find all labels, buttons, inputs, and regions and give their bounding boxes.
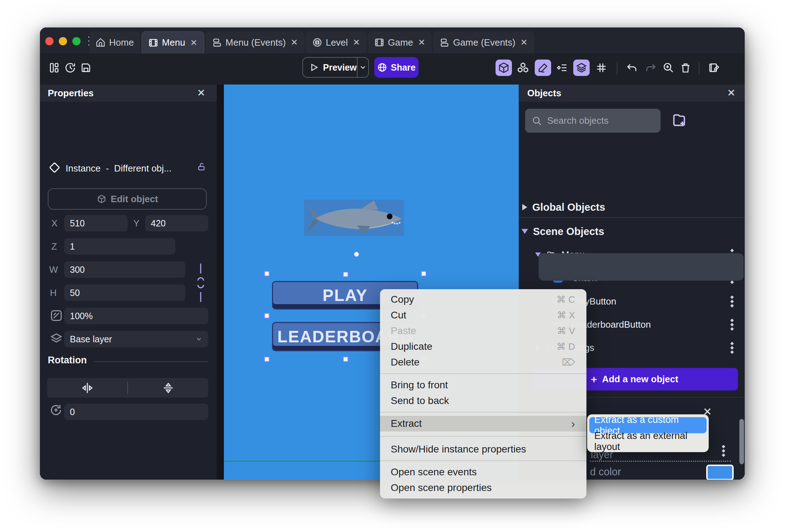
undo-icon[interactable] (624, 60, 640, 76)
edit-object-button[interactable]: Edit object (48, 188, 207, 210)
events-icon (212, 37, 222, 47)
lock-open-icon[interactable] (197, 162, 206, 172)
edit-scene-properties-icon[interactable] (706, 60, 722, 76)
shark-instance[interactable] (304, 200, 404, 236)
context-item-copy[interactable]: Copy⌘ C (380, 292, 586, 307)
search-input[interactable] (547, 115, 647, 126)
z-label: Z (51, 241, 57, 252)
flip-vertical-button[interactable] (128, 382, 208, 394)
traffic-light-minimize[interactable] (59, 37, 67, 45)
selection-handle-bottom-left[interactable] (264, 357, 270, 362)
chevron-down-icon (195, 336, 202, 343)
kebab-menu-icon[interactable] (731, 296, 733, 307)
link-dimensions-icon[interactable] (197, 263, 205, 303)
y-field[interactable] (145, 215, 208, 231)
x-field[interactable] (64, 215, 128, 231)
edit-mode-icon[interactable] (535, 60, 551, 76)
tab-close-icon[interactable]: ✕ (418, 37, 425, 47)
context-item-show-hide-instance-properties[interactable]: Show/Hide instance properties (380, 441, 586, 457)
instance-object-name: Different obj... (114, 163, 171, 174)
instance-label: Instance (66, 163, 101, 174)
global-objects-label: Global Objects (532, 201, 605, 213)
share-label: Share (391, 62, 415, 73)
tab-close-icon[interactable]: ✕ (353, 37, 360, 47)
context-item-send-to-back[interactable]: Send to back (380, 393, 586, 409)
events-icon (440, 37, 450, 47)
collapse-arrow-icon[interactable] (522, 204, 527, 210)
tab-game[interactable]: Game ✕ (368, 31, 432, 53)
tab-menu-events[interactable]: Menu (Events) ✕ (206, 31, 304, 53)
selection-handle-top-center[interactable] (343, 272, 348, 277)
context-item-paste[interactable]: Paste⌘ V (380, 323, 586, 339)
context-item-delete[interactable]: Delete⌦ (380, 354, 586, 370)
context-item-open-scene-events[interactable]: Open scene events (380, 464, 586, 480)
tree-scene-objects[interactable]: Scene Objects (519, 221, 745, 242)
delete-key-icon: ⌦ (562, 357, 575, 368)
expand-arrow-icon[interactable] (522, 229, 528, 234)
context-item-cut[interactable]: Cut⌘ X (380, 307, 586, 323)
context-item-extract[interactable]: Extract› (380, 416, 586, 431)
redo-icon[interactable] (642, 60, 659, 76)
trash-icon[interactable] (677, 60, 694, 76)
tab-close-icon[interactable]: ✕ (190, 38, 197, 48)
object-mode-icon[interactable] (496, 60, 512, 76)
submenu-item-extract-external-layout[interactable]: Extract as an external layout (589, 433, 707, 449)
w-field[interactable] (64, 261, 185, 278)
opacity-icon (50, 309, 63, 322)
traffic-light-close[interactable] (45, 37, 53, 45)
context-item-bring-to-front[interactable]: Bring to front (380, 377, 586, 393)
background-color-swatch[interactable] (706, 465, 734, 480)
rotation-field[interactable] (64, 404, 208, 420)
cube-2d-icon (97, 194, 107, 204)
context-divider (380, 412, 586, 413)
selection-handle-top-right[interactable] (421, 271, 426, 276)
preview-button[interactable]: Preview (302, 57, 369, 78)
tab-home[interactable]: Home (89, 31, 140, 53)
scrollbar-thumb[interactable] (739, 419, 744, 464)
preview-options-button[interactable] (357, 58, 368, 77)
open-project-manager-icon[interactable] (46, 60, 62, 76)
home-icon (96, 37, 106, 47)
layers-panel-icon[interactable] (573, 60, 590, 76)
grid-icon[interactable] (593, 60, 610, 76)
flip-horizontal-button[interactable] (47, 382, 127, 394)
tree-global-objects[interactable]: Global Objects (519, 196, 745, 218)
kebab-menu-icon[interactable] (731, 319, 733, 330)
share-button[interactable]: Share (374, 57, 419, 78)
rotate-handle[interactable] (354, 252, 359, 257)
z-field[interactable] (64, 238, 175, 255)
traffic-light-zoom[interactable] (72, 37, 81, 45)
tab-game-events[interactable]: Game (Events) ✕ (433, 31, 534, 53)
selection-handle-bottom-center[interactable] (343, 357, 348, 362)
play-icon (309, 63, 319, 72)
kebab-menu-icon[interactable] (731, 342, 733, 353)
rotation-divider (94, 361, 208, 362)
opacity-field[interactable] (64, 308, 208, 324)
h-field[interactable] (64, 285, 185, 301)
close-icon[interactable]: ✕ (197, 88, 205, 98)
selection-handle-top-left[interactable] (264, 271, 270, 276)
play-button-text: PLAY (323, 286, 368, 305)
shortcut: ⌘ V (557, 326, 575, 337)
layer-select[interactable]: Base layer (64, 331, 208, 347)
zoom-in-icon[interactable] (660, 60, 677, 76)
kebab-menu-icon[interactable] (722, 445, 725, 456)
objects-search[interactable] (525, 109, 661, 133)
tab-close-icon[interactable]: ✕ (520, 37, 528, 47)
tab-close-icon[interactable]: ✕ (291, 37, 298, 47)
close-icon[interactable]: ✕ (727, 88, 735, 98)
add-folder-icon[interactable] (671, 112, 687, 128)
context-item-open-scene-properties[interactable]: Open scene properties (380, 480, 586, 496)
context-item-duplicate[interactable]: Duplicate⌘ D (380, 339, 586, 354)
chevron-down-icon (359, 63, 367, 71)
tab-level[interactable]: Level ✕ (306, 31, 366, 53)
preview-label: Preview (323, 62, 357, 73)
tab-menu[interactable]: Menu ✕ (142, 31, 204, 53)
history-icon[interactable] (62, 60, 78, 76)
instances-list-icon[interactable] (515, 60, 531, 76)
save-icon[interactable] (78, 60, 94, 76)
context-divider (380, 373, 586, 374)
selection-handle-mid-left[interactable] (264, 313, 270, 318)
plus-icon: + (591, 373, 597, 385)
instance-properties-icon[interactable] (554, 60, 570, 76)
